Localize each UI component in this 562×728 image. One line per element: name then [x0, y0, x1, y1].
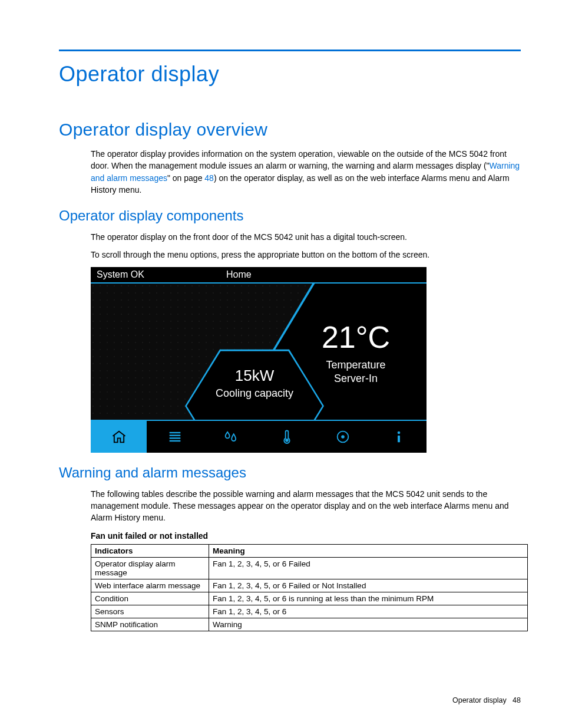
- cell: SNMP notification: [91, 618, 209, 631]
- table-row: Operator display alarm messageFan 1, 2, …: [91, 557, 528, 579]
- nav-temperature-button[interactable]: [259, 421, 315, 453]
- cell: Fan 1, 2, 3, 4, 5, or 6 Failed: [209, 557, 528, 579]
- page-ref-link[interactable]: 48: [204, 173, 214, 183]
- cell: Web interface alarm message: [91, 579, 209, 592]
- alarm-table: Indicators Meaning Operator display alar…: [91, 544, 528, 631]
- temperature-label-2: Server-In: [334, 373, 378, 384]
- components-paragraph-1: The operator display on the front door o…: [91, 231, 521, 243]
- overview-text-mid: " on page: [167, 173, 204, 183]
- info-icon: [391, 429, 407, 445]
- thermometer-icon: [279, 429, 295, 445]
- cell: Operator display alarm message: [91, 557, 209, 579]
- table-row: SNMP notificationWarning: [91, 618, 528, 631]
- footer-section: Operator display: [452, 696, 507, 704]
- cooling-value: 15kW: [235, 367, 274, 385]
- table-row: SensorsFan 1, 2, 3, 4, 5, or 6: [91, 605, 528, 618]
- overview-text-pre: The operator display provides informatio…: [91, 149, 507, 170]
- nav-humidity-button[interactable]: [203, 421, 259, 453]
- svg-rect-8: [398, 435, 400, 442]
- circle-dot-icon: [335, 429, 351, 445]
- overview-paragraph: The operator display provides informatio…: [91, 148, 521, 196]
- cell: Fan 1, 2, 3, 4, 5, or 6: [209, 605, 528, 618]
- touchscreen-mockup: System OK Home 21°C Temperature Server-I…: [91, 267, 427, 453]
- cell: Warning: [209, 618, 528, 631]
- nav-menu-button[interactable]: [147, 421, 203, 453]
- touchscreen-status: System OK: [97, 269, 226, 280]
- touchscreen-screen-title: Home: [226, 269, 291, 280]
- table-header-meaning: Meaning: [209, 544, 528, 557]
- cooling-label: Cooling capacity: [216, 387, 293, 400]
- nav-info-button[interactable]: [371, 421, 427, 453]
- warning-intro-paragraph: The following tables describe the possib…: [91, 488, 521, 524]
- droplets-icon: [223, 429, 239, 445]
- top-rule: [59, 50, 521, 51]
- section-components-h3: Operator display components: [59, 207, 521, 224]
- table-row: ConditionFan 1, 2, 3, 4, 5, or 6 is runn…: [91, 592, 528, 605]
- nav-record-button[interactable]: [315, 421, 371, 453]
- footer-page-number: 48: [513, 696, 521, 704]
- page-title-h1: Operator display: [59, 62, 521, 87]
- section-warning-h3: Warning and alarm messages: [59, 465, 521, 481]
- table-caption: Fan unit failed or not installed: [91, 531, 521, 541]
- page-footer: Operator display 48: [452, 696, 521, 704]
- svg-point-6: [342, 436, 344, 438]
- cell: Condition: [91, 592, 209, 605]
- menu-icon: [167, 429, 183, 445]
- home-icon: [111, 429, 127, 445]
- cell: Fan 1, 2, 3, 4, 5, or 6 is running at le…: [209, 592, 528, 605]
- temperature-value: 21°C: [322, 319, 390, 355]
- table-header-indicators: Indicators: [91, 544, 209, 557]
- svg-point-7: [397, 431, 400, 434]
- table-row: Web interface alarm messageFan 1, 2, 3, …: [91, 579, 528, 592]
- cell: Fan 1, 2, 3, 4, 5, or 6 Failed or Not In…: [209, 579, 528, 592]
- svg-point-4: [286, 439, 288, 442]
- components-paragraph-2: To scroll through the menu options, pres…: [91, 249, 521, 261]
- section-overview-h2: Operator display overview: [59, 120, 521, 140]
- nav-home-button[interactable]: [91, 421, 147, 453]
- cell: Sensors: [91, 605, 209, 618]
- temperature-label-1: Temperature: [326, 359, 385, 371]
